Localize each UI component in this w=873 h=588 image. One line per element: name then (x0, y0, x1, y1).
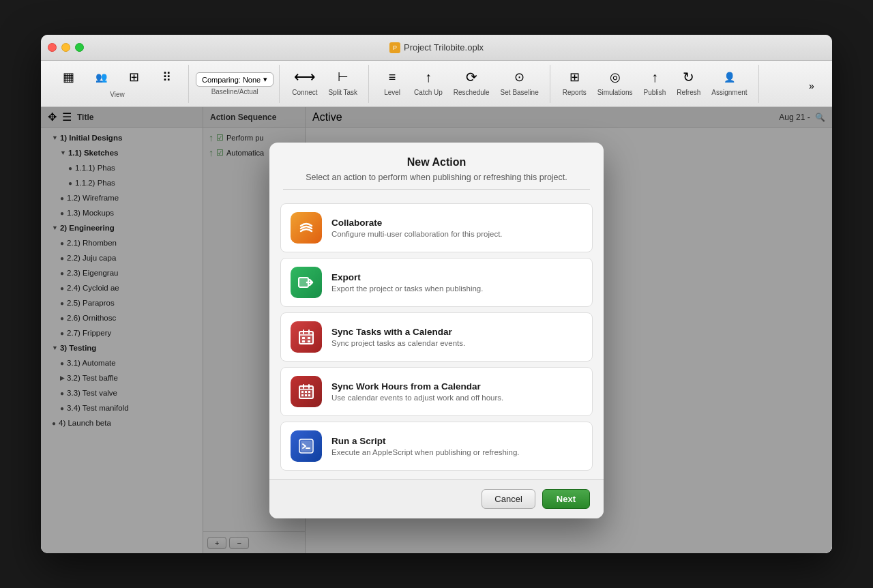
set-baseline-label: Set Baseline (501, 89, 539, 96)
overflow-button[interactable]: » (797, 74, 827, 98)
action-card-sync-hours[interactable]: Sync Work Hours from a Calendar Use cale… (280, 367, 593, 416)
baseline-value: Comparing: None (202, 76, 261, 84)
view-icon: ▦ (57, 66, 79, 88)
catch-up-label: Catch Up (414, 89, 443, 96)
sync-tasks-text: Sync Tasks with a Calendar Sync project … (331, 327, 465, 347)
window-title-text: Project Trilobite.oplx (404, 42, 484, 53)
collaborate-icon (291, 212, 322, 244)
minimize-button[interactable] (61, 43, 70, 52)
set-baseline-button[interactable]: ⊙ Set Baseline (497, 65, 543, 98)
maximize-button[interactable] (75, 43, 84, 52)
sync-hours-icon (291, 376, 322, 407)
main-window: P Project Trilobite.oplx ▦ 👥 ⊞ ⠿ Vie (41, 35, 832, 553)
assignment-icon: 👤 (718, 66, 740, 88)
svg-rect-7 (302, 340, 305, 342)
reschedule-icon: ⟳ (460, 66, 482, 88)
reports-button[interactable]: ⊞ Reports (559, 65, 591, 98)
svg-rect-15 (308, 391, 310, 393)
toolbar-group-view: ▦ 👥 ⊞ ⠿ View (46, 65, 189, 103)
svg-rect-14 (305, 391, 307, 393)
new-action-modal: New Action Select an action to perform w… (269, 143, 604, 518)
simulations-label: Simulations (597, 89, 633, 96)
grid-icon: ⠿ (156, 66, 177, 88)
simulations-button[interactable]: ◎ Simulations (593, 65, 637, 98)
run-script-name: Run a Script (331, 436, 520, 446)
baseline-dropdown[interactable]: Comparing: None ▾ (196, 72, 273, 87)
publish-button[interactable]: ↑ Publish (639, 65, 670, 98)
assignment-button[interactable]: 👤 Assignment (707, 65, 751, 98)
sync-hours-name: Sync Work Hours from a Calendar (331, 381, 503, 392)
connect-icon: ⟷ (294, 66, 316, 88)
modal-subtitle: Select an action to perform when publish… (283, 173, 590, 182)
action-card-run-script[interactable]: Run a Script Execute an AppleScript when… (280, 422, 593, 471)
action-card-sync-tasks[interactable]: Sync Tasks with a Calendar Sync project … (280, 312, 593, 362)
action-card-collaborate[interactable]: Collaborate Configure multi-user collabo… (280, 203, 593, 252)
overflow-icon: » (801, 75, 823, 97)
modal-overlay: New Action Select an action to perform w… (41, 107, 832, 553)
toolbar-group-schedule: ≡ Level ↑ Catch Up ⟳ Reschedule ⊙ Set Ba… (370, 65, 550, 103)
reports-label: Reports (563, 89, 587, 96)
collaborate-name: Collaborate (331, 218, 503, 228)
level-icon: ≡ (381, 66, 403, 88)
simulations-icon: ◎ (604, 66, 626, 88)
publish-icon: ↑ (644, 66, 666, 88)
sync-tasks-name: Sync Tasks with a Calendar (331, 327, 465, 337)
collaborate-text: Collaborate Configure multi-user collabo… (331, 218, 503, 238)
connect-button[interactable]: ⟷ Connect (288, 65, 321, 98)
collaborate-desc: Configure multi-user collaboration for t… (331, 230, 503, 238)
refresh-button[interactable]: ↻ Refresh (672, 65, 705, 98)
reschedule-label: Reschedule (454, 89, 490, 96)
cancel-button[interactable]: Cancel (482, 489, 535, 509)
svg-rect-17 (305, 394, 307, 396)
modal-footer: Cancel Next (269, 479, 604, 518)
refresh-icon: ↻ (678, 66, 700, 88)
reports-icon: ⊞ (563, 66, 585, 88)
level-button[interactable]: ≡ Level (377, 65, 407, 98)
view-group-label: View (110, 91, 125, 98)
run-script-text: Run a Script Execute an AppleScript when… (331, 436, 520, 456)
svg-rect-13 (301, 391, 304, 393)
catch-up-button[interactable]: ↑ Catch Up (410, 65, 447, 98)
main-toolbar: ▦ 👥 ⊞ ⠿ View Comparing: None ▾ (41, 61, 832, 107)
refresh-label: Refresh (677, 89, 700, 96)
assignment-label: Assignment (711, 89, 747, 96)
sync-tasks-desc: Sync project tasks as calendar events. (331, 339, 465, 347)
modal-body: Collaborate Configure multi-user collabo… (269, 195, 604, 479)
main-content: ✥ ☰ Title ▼ 1) Initial Designs ▼ 1.1) Sk… (41, 107, 832, 553)
svg-rect-8 (308, 340, 310, 342)
sync-hours-text: Sync Work Hours from a Calendar Use cale… (331, 381, 503, 402)
svg-rect-18 (308, 394, 310, 396)
publish-label: Publish (643, 89, 666, 96)
toolbar-group-connect: ⟷ Connect ⊢ Split Task (281, 65, 369, 103)
set-baseline-icon: ⊙ (509, 66, 531, 88)
svg-rect-5 (302, 337, 305, 339)
reschedule-button[interactable]: ⟳ Reschedule (449, 65, 494, 98)
svg-rect-6 (308, 337, 310, 339)
baseline-group-label: Baseline/Actual (211, 88, 258, 95)
modal-header: New Action Select an action to perform w… (269, 143, 604, 195)
users-button[interactable]: 👥 (86, 65, 116, 89)
grid-button[interactable]: ⠿ (151, 65, 181, 89)
table-icon: ⊞ (123, 66, 145, 88)
split-task-icon: ⊢ (332, 66, 354, 88)
users-icon: 👥 (90, 66, 112, 88)
svg-rect-1 (299, 332, 313, 344)
split-task-button[interactable]: ⊢ Split Task (324, 65, 361, 98)
baseline-chevron: ▾ (263, 75, 267, 84)
traffic-lights (48, 43, 84, 52)
window-title: P Project Trilobite.oplx (389, 42, 484, 53)
run-script-icon (291, 430, 322, 462)
modal-title: New Action (283, 156, 590, 168)
action-card-export[interactable]: Export Export the project or tasks when … (280, 258, 593, 307)
app-icon: P (389, 42, 400, 53)
export-icon (291, 267, 322, 298)
table-button[interactable]: ⊞ (119, 65, 149, 89)
run-script-desc: Execute an AppleScript when publishing o… (331, 448, 520, 456)
sync-hours-desc: Use calendar events to adjust work and o… (331, 394, 503, 402)
close-button[interactable] (48, 43, 57, 52)
view-button[interactable]: ▦ (53, 65, 83, 89)
modal-divider (283, 189, 590, 190)
titlebar: P Project Trilobite.oplx (41, 35, 832, 61)
next-button[interactable]: Next (542, 489, 590, 509)
toolbar-group-publish: ⊞ Reports ◎ Simulations ↑ Publish ↻ Refr… (552, 65, 759, 103)
